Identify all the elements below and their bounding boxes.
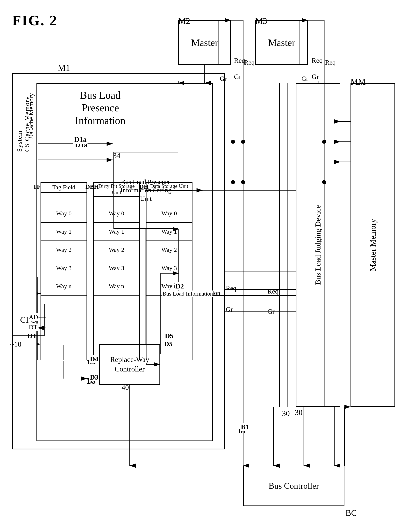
tf-way3: Way 3 <box>41 259 86 277</box>
bus-judging-device-box: Bus Load Judging Device <box>296 83 340 407</box>
dt-label: DT <box>27 332 37 340</box>
d4-signal-label: D4 <box>89 355 99 363</box>
figure-label: FIG. 2 <box>12 12 58 29</box>
svg-point-45 <box>231 140 235 144</box>
gr-m2-arrow-label: Gr <box>220 75 227 82</box>
d5-label: D5 <box>164 340 173 348</box>
d3-signal-label: D3 <box>89 374 99 381</box>
req-m1-label: Req <box>226 285 236 292</box>
bus-load-presence-title: Bus Load Presence Information <box>63 89 138 127</box>
dbh-wayn: Way n <box>94 277 139 296</box>
master-memory-label: Master Memory <box>368 219 378 271</box>
bc-label: BC <box>345 508 357 518</box>
blpisu-box: Bus Load Presence Information Setting Un… <box>113 152 178 229</box>
master-memory-box: Master Memory <box>351 83 395 407</box>
d5-signal-label: D5 <box>164 332 174 340</box>
gr-m3-arrow-label: Gr <box>301 75 308 82</box>
cache-20-label: 20Cache Memory <box>27 83 35 140</box>
svg-point-41 <box>241 140 245 144</box>
m3-label: M3 <box>255 16 267 26</box>
m1-req-label: Req <box>267 287 279 295</box>
m2-label: M2 <box>178 16 190 26</box>
gr-m1-label: Gr <box>226 306 233 313</box>
num-10: ~10 <box>10 340 21 348</box>
dbh-label: DBH <box>85 183 99 190</box>
dbh-way3: Way 3 <box>94 259 139 277</box>
m1-gr-label: Gr <box>267 308 275 315</box>
d1a-signal-label: D1a <box>73 135 88 144</box>
tf-way1: Way 1 <box>41 223 86 241</box>
dh-way3: Way 3 <box>146 259 192 277</box>
master-m3-box: Master <box>255 20 308 65</box>
num-40: 40 <box>122 383 129 392</box>
m3-req-label: Req <box>312 57 323 64</box>
num-34: 34 <box>113 152 120 160</box>
judging-num-30: 30 <box>282 409 290 418</box>
m2-req-label: Req <box>234 57 245 64</box>
req-m3-arrow-label: Req <box>325 59 336 66</box>
mm-label: MM <box>351 77 366 87</box>
d2-signal-label: D2 <box>175 282 185 290</box>
bus-load-info-sub: Bus Load Information <box>162 291 213 297</box>
tf-label: TF <box>33 183 40 190</box>
svg-point-46 <box>231 180 235 184</box>
bus-judging-label: Bus Load Judging Device <box>313 205 323 285</box>
tf-way0: Way 0 <box>41 204 86 223</box>
req-m2-arrow-label: Req <box>244 59 255 66</box>
bus-controller-box: Bus Controller <box>243 466 345 506</box>
m3-gr-label: Gr <box>312 73 319 81</box>
b1-signal-label: B1 <box>240 423 250 431</box>
ad-signal-text: AD <box>28 313 39 321</box>
tf-wayn: Way n <box>41 277 86 296</box>
dbh-way2: Way 2 <box>94 241 139 259</box>
tag-field-header: Tag Field <box>40 182 87 193</box>
replace-way-box: Replace-Way Controller <box>99 344 160 385</box>
dt-signal-text: DT <box>28 323 38 331</box>
dh-way2: Way 2 <box>146 241 192 259</box>
tf-way2: Way 2 <box>41 241 86 259</box>
num-30: 30 <box>295 408 302 417</box>
diagram: FIG. 2 M1 CS Cache Memory System 20Cache… <box>0 0 404 532</box>
m1-label: M1 <box>58 63 70 73</box>
svg-point-42 <box>241 180 245 184</box>
m2-gr-label: Gr <box>234 73 241 81</box>
master-m2-box: Master <box>178 20 231 65</box>
